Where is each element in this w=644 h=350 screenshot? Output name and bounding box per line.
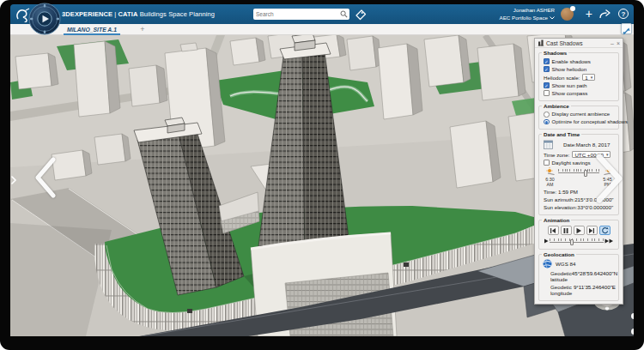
skip-to-end-button[interactable] [586, 226, 598, 235]
timezone-label: Time zone: [544, 152, 569, 158]
user-name: Jonathan ASHER [500, 7, 555, 15]
optimize-shadows-label: Optimize for conceptual shadows [552, 119, 628, 124]
heliodon-scale-dropdown[interactable]: 1 ▾ [582, 74, 595, 81]
pause-icon [562, 227, 569, 234]
3d-viewport[interactable]: Cast Shadows – × Shadows Enable shadows … [10, 35, 634, 336]
top-bar: 3DEXPERIENCE | CATIA Buildings Space Pla… [10, 4, 634, 24]
longitude-row: Geodetic longitude 9°11'35.246400"E [550, 284, 616, 296]
search-box[interactable] [253, 9, 349, 20]
heliodon-scale-row: Heliodon scale: 1 ▾ [544, 74, 616, 81]
help-button[interactable]: ? [618, 9, 629, 19]
play-icon [575, 227, 582, 234]
datum-row: WGS 84 [543, 259, 616, 269]
brand-divider: | [114, 10, 116, 18]
show-sun-path-checkbox[interactable] [544, 82, 550, 88]
chevron-down-icon [550, 16, 555, 20]
speed-slider-thumb[interactable] [570, 239, 574, 245]
show-sun-path-label: Show sun path [552, 82, 587, 88]
optimize-shadows-row[interactable]: Optimize for conceptual shadows [544, 119, 616, 125]
geolocation-group: Geolocation WGS 84 Geodetic latitude 45°… [538, 254, 619, 301]
window-frame: 3DEXPERIENCE | CATIA Buildings Space Pla… [0, 0, 644, 350]
show-sun-path-row[interactable]: Show sun path [544, 82, 616, 88]
dropdown-caret-icon: ▾ [591, 75, 593, 80]
add-content-button[interactable]: + [586, 6, 592, 22]
display-ambience-row[interactable]: Display current ambience [544, 112, 616, 118]
latitude-row: Geodetic latitude 45°28'59.642400"N [550, 270, 616, 282]
workspace-name: AEC Portfolio Space [500, 15, 548, 22]
cast-shadows-icon [538, 39, 544, 46]
sun-elevation-row: Sun elevation:33°0'0.000000" [544, 204, 616, 210]
date-label: Date: [563, 142, 576, 148]
user-block[interactable]: Jonathan ASHER AEC Portfolio Space [500, 7, 555, 21]
avatar[interactable] [561, 8, 574, 21]
loop-button[interactable] [599, 226, 611, 235]
sun-azimuth-label: Sun azimuth: [544, 196, 574, 202]
enable-shadows-row[interactable]: Enable shadows [544, 58, 616, 64]
panel-expander-arrow[interactable] [10, 175, 17, 185]
panel-title: Cast Shadows [546, 40, 608, 46]
longitude-label: Geodetic longitude [550, 284, 574, 296]
pause-button[interactable] [561, 226, 572, 235]
app-name: Buildings Space Planning [140, 10, 215, 18]
next-view-arrow[interactable] [591, 152, 627, 205]
animation-group-title: Animation [542, 217, 571, 223]
display-ambience-label: Display current ambience [552, 112, 611, 117]
brand-3dexperience: 3DEXPERIENCE [62, 10, 112, 18]
play-button[interactable] [574, 226, 585, 235]
daylight-savings-label: Daylight savings [552, 160, 591, 166]
daylight-savings-checkbox[interactable] [544, 160, 550, 166]
show-heliodon-label: Show heliodon [552, 66, 587, 72]
edge-tool-dot[interactable] [631, 329, 634, 335]
share-icon[interactable] [598, 9, 611, 20]
show-compass-checkbox[interactable] [544, 90, 550, 96]
ambience-group: Ambience Display current ambience Optimi… [538, 106, 619, 130]
latitude-value: 45°28'59.642400"N [572, 270, 617, 282]
time-slider-thumb[interactable] [584, 170, 588, 177]
notification-dot [570, 6, 575, 11]
latitude-label: Geodetic latitude [550, 270, 572, 282]
enable-shadows-label: Enable shadows [552, 58, 591, 64]
sunrise-icon [546, 167, 555, 175]
enable-shadows-checkbox[interactable] [544, 58, 550, 64]
sun-elevation-value: 33°0'0.000000" [577, 204, 613, 210]
optimize-shadows-radio[interactable] [544, 119, 550, 125]
display-ambience-radio[interactable] [544, 112, 550, 118]
tab-milano-site[interactable]: MILANO_SITE A.1 [62, 24, 122, 35]
brand-catia: CATIA [118, 10, 138, 18]
date-value: March 8, 2017 [576, 142, 611, 148]
tab-label: MILANO_SITE A.1 [67, 27, 117, 33]
ambience-group-title: Ambience [542, 103, 571, 109]
search-icon[interactable] [340, 10, 348, 18]
animation-speed-row [544, 237, 614, 245]
show-compass-label: Show compass [552, 90, 588, 96]
compass-widget[interactable] [28, 3, 61, 35]
tag-icon[interactable] [355, 9, 367, 21]
close-button[interactable]: × [617, 39, 620, 47]
shadows-group-title: Shadows [542, 50, 568, 56]
show-heliodon-checkbox[interactable] [544, 66, 550, 72]
fast-speed-icon [605, 238, 614, 244]
heliodon-scale-label: Heliodon scale: [544, 75, 580, 81]
skip-to-start-icon [550, 227, 556, 234]
globe-icon [543, 259, 552, 269]
speed-slider[interactable] [550, 238, 604, 245]
date-row: Date:March 8, 2017 [544, 140, 616, 149]
animation-group: Animation [538, 220, 619, 250]
previous-view-arrow[interactable] [31, 155, 60, 200]
shadows-group: Shadows Enable shadows Show heliodon Hel… [538, 52, 619, 101]
calendar-icon[interactable] [544, 140, 553, 149]
show-heliodon-row[interactable]: Show heliodon [544, 66, 616, 72]
time-label: Time: [544, 189, 556, 195]
skip-to-start-button[interactable] [548, 226, 559, 235]
panel-header[interactable]: Cast Shadows – × [535, 39, 623, 48]
animation-transport [542, 226, 616, 235]
slow-speed-icon [544, 238, 549, 244]
expand-view-button[interactable] [621, 23, 632, 34]
new-tab-button[interactable]: + [137, 24, 148, 35]
date-time-group-title: Date and Time [542, 131, 581, 137]
show-compass-row[interactable]: Show compass [544, 90, 616, 96]
search-input[interactable] [253, 11, 340, 17]
skip-to-end-icon [588, 227, 595, 234]
edge-tool-dot[interactable] [631, 313, 634, 319]
minimize-button[interactable]: – [611, 39, 614, 47]
